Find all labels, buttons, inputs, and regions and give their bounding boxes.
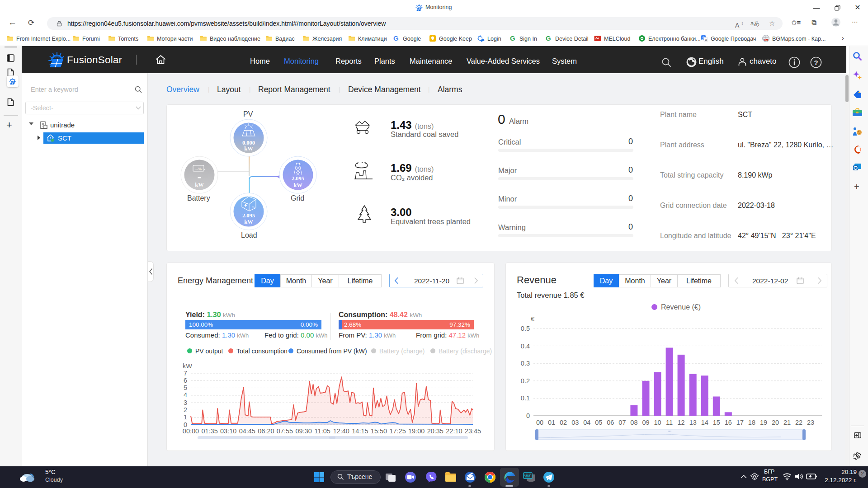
svg-text:7: 7: [184, 370, 187, 377]
svg-text:13: 13: [689, 419, 697, 426]
svg-text:2.095: 2.095: [292, 175, 304, 182]
svg-text:kW: kW: [195, 182, 204, 188]
svg-text:€: €: [531, 315, 534, 323]
svg-text:09:30: 09:30: [295, 427, 311, 435]
svg-text:14:15: 14:15: [352, 427, 368, 435]
svg-text:kW: kW: [244, 145, 253, 152]
svg-text:17:25: 17:25: [389, 427, 406, 435]
svg-text:2: 2: [184, 406, 187, 413]
svg-text:G: G: [546, 35, 551, 42]
svg-text:23: 23: [807, 419, 814, 426]
svg-text:0.2: 0.2: [521, 377, 530, 385]
svg-text:11:05: 11:05: [315, 427, 330, 435]
svg-text:16: 16: [725, 419, 732, 426]
svg-text:11: 11: [666, 419, 673, 426]
svg-text:04: 04: [583, 419, 590, 426]
svg-text:kW: kW: [244, 219, 253, 225]
svg-text:1: 1: [184, 413, 187, 421]
svg-text:12: 12: [678, 419, 685, 426]
svg-text:4: 4: [184, 391, 187, 399]
svg-text:07:55: 07:55: [277, 427, 293, 435]
svg-text:19: 19: [760, 419, 767, 426]
svg-text:19:00: 19:00: [408, 427, 425, 435]
svg-text:0.5: 0.5: [521, 325, 530, 332]
svg-text:6: 6: [184, 377, 187, 384]
svg-text:05: 05: [595, 419, 602, 426]
svg-text:22:10: 22:10: [446, 427, 462, 435]
svg-text:00:00: 00:00: [183, 427, 199, 435]
svg-text:0.3: 0.3: [521, 360, 530, 367]
svg-text:18: 18: [748, 419, 755, 426]
svg-text:15: 15: [713, 419, 720, 426]
svg-text:03:10: 03:10: [220, 427, 236, 435]
svg-text:BG: BG: [764, 39, 768, 41]
svg-text:5: 5: [184, 384, 187, 391]
svg-text:G: G: [510, 35, 515, 42]
svg-text:08: 08: [630, 419, 637, 426]
svg-text:--%: --%: [195, 167, 202, 171]
svg-text:00: 00: [536, 419, 543, 426]
svg-text:22: 22: [795, 419, 802, 426]
svg-text:14: 14: [701, 419, 708, 426]
svg-text:01: 01: [548, 419, 555, 426]
svg-text:03: 03: [571, 419, 579, 426]
svg-text:10: 10: [654, 419, 661, 426]
svg-text:?: ?: [814, 59, 818, 66]
svg-text:21: 21: [783, 419, 791, 426]
svg-text:20: 20: [772, 419, 779, 426]
svg-text:0: 0: [526, 412, 530, 419]
svg-text:02: 02: [560, 419, 567, 426]
svg-text:23:45: 23:45: [465, 427, 481, 435]
svg-text:06:20: 06:20: [258, 427, 274, 435]
svg-text:04:45: 04:45: [239, 427, 255, 435]
svg-text:3: 3: [184, 399, 187, 406]
svg-text:12:40: 12:40: [333, 427, 349, 435]
svg-text:20:35: 20:35: [427, 427, 443, 435]
svg-text:09: 09: [642, 419, 649, 426]
svg-text:0.1: 0.1: [521, 394, 530, 402]
svg-text:06: 06: [607, 419, 614, 426]
svg-text:15:50: 15:50: [371, 427, 387, 435]
svg-text:G: G: [393, 35, 399, 42]
svg-text:07: 07: [618, 419, 626, 426]
svg-text:A: A: [705, 38, 708, 42]
svg-text:01:35: 01:35: [201, 427, 217, 435]
svg-text:kW: kW: [183, 362, 192, 370]
svg-text:kW: kW: [293, 182, 302, 188]
svg-text:0.000: 0.000: [242, 140, 255, 146]
svg-text:0.4: 0.4: [521, 343, 530, 350]
svg-text:17: 17: [736, 419, 744, 426]
svg-text:2.095: 2.095: [242, 212, 255, 219]
